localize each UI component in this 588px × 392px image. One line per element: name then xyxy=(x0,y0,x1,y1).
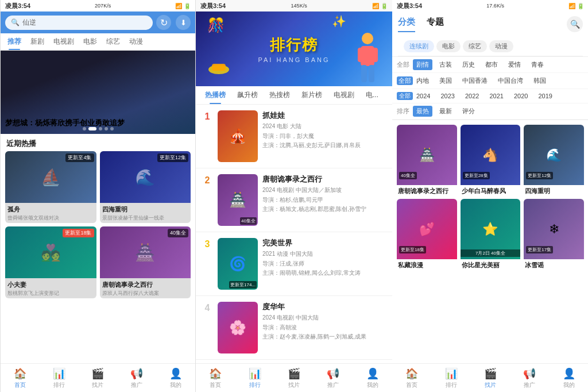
opt-ancient[interactable]: 古装 xyxy=(436,59,455,70)
find-card-3[interactable]: 🌊 更新至12集 四海重明 xyxy=(524,125,584,195)
tab-new-drama[interactable]: 新剧 xyxy=(26,33,49,50)
tab-tv[interactable]: 电视剧 xyxy=(328,86,360,104)
banner-dots xyxy=(83,127,114,130)
nav-rank-p2[interactable]: 📊 排行 xyxy=(235,364,274,392)
promo-label-p3: 推广 xyxy=(524,381,535,389)
nav-promo-p1[interactable]: 📢 推广 xyxy=(117,364,156,392)
find-header: 分类 专题 🔍 连续剧 电影 综艺 动漫 xyxy=(392,11,588,57)
opt-2022[interactable]: 2022 xyxy=(462,91,482,101)
dot-1 xyxy=(83,127,86,130)
tab-anime[interactable]: 动漫 xyxy=(125,33,148,50)
chip-drama[interactable]: 连续剧 xyxy=(404,40,434,52)
rank-item-4[interactable]: 4 🌸 度华年 2024 电视剧 中国大陆 导演：高朝浚 主演：赵今麦,张凌赫,… xyxy=(196,296,392,360)
nav-promo-p3[interactable]: 📢 推广 xyxy=(510,364,549,392)
opt-romance[interactable]: 爱情 xyxy=(505,59,524,70)
speed-p3: 17.6K/s xyxy=(486,3,504,9)
nav-tabs-p1: 推荐 新剧 电视剧 电影 综艺 动漫 xyxy=(1,33,195,51)
nav-find-p3[interactable]: 🎬 找片 xyxy=(471,364,510,392)
home-label-p1: 首页 xyxy=(14,381,26,389)
tab-search[interactable]: 热搜榜 xyxy=(264,86,296,104)
nav-home-p1[interactable]: 🏠 首页 xyxy=(1,364,40,392)
tab-new[interactable]: 新片榜 xyxy=(296,86,328,104)
cast-4: 主演：赵今麦,张凌赫,陈鹤一,刘旭威,成果 xyxy=(262,333,386,341)
find-card-1[interactable]: 🏯 40集全 唐朝诡事录之西行 xyxy=(397,125,457,195)
home-icon-p1: 🏠 xyxy=(14,367,26,380)
opt-all-genre[interactable]: 剧情 xyxy=(413,59,432,70)
opt-2024[interactable]: 2024 xyxy=(413,91,434,101)
hero-banner[interactable]: 梦想城：杨烁蒋欣携手创业勇敢追梦 xyxy=(1,51,195,134)
nav-rank-p1[interactable]: 📊 排行 xyxy=(40,364,79,392)
dot-4 xyxy=(105,127,108,130)
card-tangchao[interactable]: 🏯 40集全 唐朝诡事录之西行 原班人马西行探八大诡案 xyxy=(100,226,191,298)
find-card-2[interactable]: 🐴 更新至28集 少年白马醉春风 xyxy=(461,125,521,195)
opt-korea[interactable]: 韩国 xyxy=(530,75,550,86)
opt-newest[interactable]: 最新 xyxy=(436,106,455,117)
tab-movie[interactable]: 电影 xyxy=(79,33,102,50)
opt-2021[interactable]: 2021 xyxy=(486,91,506,101)
rank-list: 1 🎪 抓娃娃 2024 电影 大陆 导演：闫非，彭大魔 主演：沈腾,马丽,史彭… xyxy=(196,105,392,369)
tab-category[interactable]: 分类 xyxy=(398,17,415,32)
filter-region: 全部 内地 美国 中国香港 中国台湾 韩国 xyxy=(392,73,588,89)
person-figure xyxy=(352,32,384,86)
tab-tv[interactable]: 电视剧 xyxy=(49,33,79,50)
bottom-nav-p2: 🏠 首页 📊 排行 🎬 找片 📢 推广 👤 我的 xyxy=(196,363,392,392)
opt-2019[interactable]: 2019 xyxy=(535,91,555,101)
opt-hottest[interactable]: 最热 xyxy=(413,106,432,117)
dot-5 xyxy=(110,127,114,130)
search-input[interactable]: 🔍 仙逆 xyxy=(5,16,153,30)
opt-tw[interactable]: 中国台湾 xyxy=(494,75,527,86)
rank-subtitle: PAI HANG BANG xyxy=(258,56,330,63)
refresh-icon[interactable]: ↻ xyxy=(156,15,171,30)
nav-home-p2[interactable]: 🏠 首页 xyxy=(196,364,235,392)
cast-1: 主演：沈腾,马丽,史彭元,萨日娜,肖帛辰 xyxy=(262,141,386,149)
card-info-2: 四海重明 景甜张凌赫千里仙缘一线牵 xyxy=(100,203,191,223)
rank-item-2[interactable]: 2 🏯 40集全 唐朝诡事录之西行 2024 电视剧 中国大陆／新加坡 导演：柏… xyxy=(196,168,392,232)
recent-grid: ⛵ 更新至4集 孤舟 曾舜晞张颂文双雄对决 🌊 更新至12集 四海重明 景甜张凌… xyxy=(1,151,195,302)
opt-mainland[interactable]: 内地 xyxy=(413,75,432,86)
find-card-5[interactable]: ⭐ 7月2日 40集全 你比星光美丽 xyxy=(461,199,521,270)
director-3: 导演：汪成,张师 xyxy=(262,260,386,268)
find-card-6[interactable]: ❄ 更新至17集 冰雪谣 xyxy=(524,199,584,270)
find-name-2: 少年白马醉春风 xyxy=(461,187,521,195)
rank-item-1[interactable]: 1 🎪 抓娃娃 2024 电影 大陆 导演：闫非，彭大魔 主演：沈腾,马丽,史彭… xyxy=(196,105,392,168)
tab-more[interactable]: 电... xyxy=(360,86,384,104)
card-xiaofu[interactable]: 💑 更新至18集 小夫妻 殷桃郭京飞上演变形记 xyxy=(5,226,96,298)
opt-youth[interactable]: 青春 xyxy=(528,59,547,70)
tab-recommend[interactable]: 推荐 xyxy=(3,33,26,50)
opt-rating[interactable]: 评分 xyxy=(459,106,478,117)
opt-usa[interactable]: 美国 xyxy=(436,75,455,86)
bottom-nav-p3: 🏠 首页 📊 排行 🎬 找片 📢 推广 👤 我的 xyxy=(392,363,588,392)
nav-mine-p2[interactable]: 👤 我的 xyxy=(353,364,392,392)
meta-2: 2024 电视剧 中国大陆／新加坡 xyxy=(262,186,386,194)
find-card-4[interactable]: 💕 更新至18集 私藏浪漫 xyxy=(397,199,457,270)
opt-urban[interactable]: 都市 xyxy=(482,59,501,70)
opt-history[interactable]: 历史 xyxy=(459,59,478,70)
rank-item-3[interactable]: 3 🌀 更新至174... 完美世界 2021 动漫 中国大陆 导演：汪成,张师… xyxy=(196,232,392,296)
opt-2023[interactable]: 2023 xyxy=(437,91,458,101)
mine-icon-p3: 👤 xyxy=(563,367,575,380)
nav-find-p1[interactable]: 🎬 找片 xyxy=(79,364,118,392)
opt-hk[interactable]: 中国香港 xyxy=(459,75,491,86)
find-search-btn[interactable]: 🔍 xyxy=(567,16,583,32)
download-icon[interactable]: ⬇ xyxy=(176,15,191,30)
nav-rank-p3[interactable]: 📊 排行 xyxy=(431,364,470,392)
chip-anime[interactable]: 动漫 xyxy=(489,40,513,52)
card-guzou[interactable]: ⛵ 更新至4集 孤舟 曾舜晞张颂文双雄对决 xyxy=(5,151,96,223)
chip-movie[interactable]: 电影 xyxy=(436,40,461,52)
rank-label-p1: 排行 xyxy=(53,381,65,389)
nav-promo-p2[interactable]: 📢 推广 xyxy=(314,364,353,392)
nav-home-p3[interactable]: 🏠 首页 xyxy=(392,364,431,392)
tab-variety[interactable]: 综艺 xyxy=(102,33,125,50)
tab-topic[interactable]: 专题 xyxy=(427,17,444,32)
chip-variety[interactable]: 综艺 xyxy=(463,40,487,52)
nav-find-p2[interactable]: 🎬 找片 xyxy=(274,364,314,392)
tab-hot[interactable]: 热播榜 xyxy=(199,86,231,104)
nav-mine-p3[interactable]: 👤 我的 xyxy=(550,364,588,392)
tab-rise[interactable]: 飙升榜 xyxy=(231,86,264,104)
promo-label-p2: 推广 xyxy=(327,381,339,389)
card-info-1: 孤舟 曾舜晞张颂文双雄对决 xyxy=(5,203,96,223)
opt-2020[interactable]: 2020 xyxy=(510,91,531,101)
nav-mine-p1[interactable]: 👤 我的 xyxy=(156,364,195,392)
thumb-4: 🌸 xyxy=(218,302,258,353)
card-sihai[interactable]: 🌊 更新至12集 四海重明 景甜张凌赫千里仙缘一线牵 xyxy=(100,151,191,223)
